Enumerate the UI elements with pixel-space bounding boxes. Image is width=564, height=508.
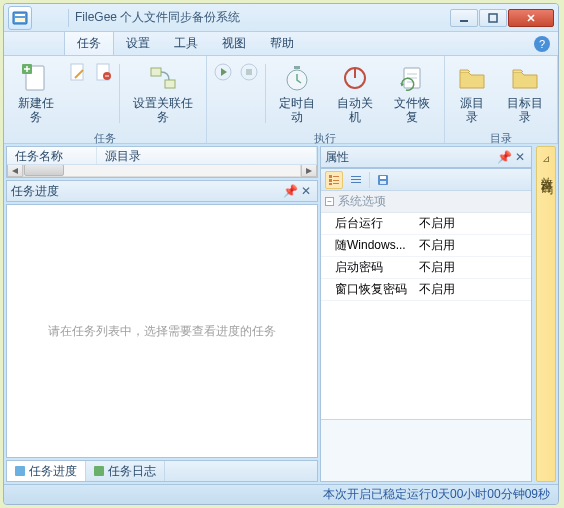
- ribbon-separator: [265, 64, 266, 123]
- alphabetical-view-button[interactable]: [347, 171, 365, 189]
- close-button[interactable]: [508, 9, 554, 27]
- stop-button[interactable]: [237, 58, 261, 86]
- scroll-thumb[interactable]: [24, 165, 64, 176]
- edit-icon: [67, 62, 87, 82]
- src-dir-label: 源目录: [455, 96, 488, 125]
- prop-key: 启动密码: [321, 257, 413, 278]
- side-tab-license[interactable]: ⊿ 效许可码: [536, 146, 556, 482]
- svg-rect-11: [165, 80, 175, 88]
- col-task-name[interactable]: 任务名称: [7, 147, 97, 164]
- props-group-title: 系统选项: [338, 193, 386, 210]
- properties-panel: − 系统选项 后台运行不启用 随Windows...不启用 启动密码不启用 窗口…: [320, 168, 532, 482]
- menu-tasks[interactable]: 任务: [64, 32, 114, 55]
- maximize-button[interactable]: [479, 9, 507, 27]
- help-icon[interactable]: ?: [534, 36, 550, 52]
- new-task-label: 新建任务: [14, 96, 57, 125]
- scroll-left-arrow[interactable]: ◂: [7, 165, 23, 177]
- prop-value[interactable]: 不启用: [413, 257, 531, 278]
- close-panel-icon[interactable]: ✕: [299, 184, 313, 198]
- footer-tabs: 任务进度 任务日志: [6, 460, 318, 482]
- toolbar-separator: [369, 172, 370, 188]
- src-dir-button[interactable]: 源目录: [449, 58, 494, 129]
- svg-rect-19: [329, 175, 332, 178]
- tab-log-label: 任务日志: [108, 463, 156, 480]
- task-list-panel: 任务名称 源目录 ◂ ▸: [6, 146, 318, 178]
- ribbon-separator: [119, 64, 120, 123]
- scroll-track[interactable]: [23, 165, 301, 177]
- app-window: FileGee 个人文件同步备份系统 任务 设置 工具 视图 帮助 ? 新建任务: [3, 3, 559, 505]
- side-tab-label: 效许可码: [538, 168, 555, 176]
- task-delete-button[interactable]: [91, 58, 115, 86]
- progress-panel-header: 任务进度 📌 ✕: [6, 180, 318, 202]
- titlebar: FileGee 个人文件同步备份系统: [4, 4, 558, 32]
- menu-settings[interactable]: 设置: [114, 32, 162, 55]
- prop-row[interactable]: 随Windows...不启用: [321, 235, 531, 257]
- prop-value[interactable]: 不启用: [413, 235, 531, 256]
- categorized-view-button[interactable]: [325, 171, 343, 189]
- ribbon-group-tasks: 新建任务 设置关联任务 任务: [4, 56, 207, 143]
- svg-rect-2: [15, 18, 25, 22]
- list-cat-icon: [328, 174, 340, 186]
- svg-rect-25: [351, 176, 361, 177]
- titlebar-divider: [68, 9, 69, 27]
- status-prefix: 本次开启已稳定运行: [323, 486, 431, 503]
- collapse-toggle-icon[interactable]: −: [325, 197, 334, 206]
- restore-icon: [396, 62, 428, 94]
- svg-rect-30: [380, 181, 386, 184]
- close-panel-icon[interactable]: ✕: [513, 150, 527, 164]
- svg-rect-20: [333, 176, 339, 177]
- restore-button[interactable]: 文件恢复: [385, 58, 441, 129]
- shutdown-button[interactable]: 自动关机: [327, 58, 383, 129]
- tab-progress[interactable]: 任务进度: [7, 461, 86, 481]
- tab-log[interactable]: 任务日志: [86, 461, 165, 481]
- link-icon: [147, 62, 179, 94]
- ribbon-group-dirs: 源目录 目标目录 目录: [445, 56, 558, 143]
- task-edit-button[interactable]: [65, 58, 89, 86]
- prop-value[interactable]: 不启用: [413, 279, 531, 300]
- progress-panel: 请在任务列表中，选择需要查看进度的任务: [6, 204, 318, 458]
- prop-key: 随Windows...: [321, 235, 413, 256]
- folder-icon: [456, 62, 488, 94]
- menu-view[interactable]: 视图: [210, 32, 258, 55]
- prop-row[interactable]: 窗口恢复密码不启用: [321, 279, 531, 301]
- svg-rect-1: [15, 14, 25, 16]
- horizontal-scrollbar[interactable]: ◂ ▸: [7, 165, 317, 177]
- restore-label: 文件恢复: [391, 96, 435, 125]
- right-column: 属性 📌 ✕ − 系统选项 后台运行不启用 随: [320, 146, 532, 482]
- prop-row[interactable]: 后台运行不启用: [321, 213, 531, 235]
- props-group-header[interactable]: − 系统选项: [321, 191, 531, 213]
- clock-icon: [281, 62, 313, 94]
- menu-help[interactable]: 帮助: [258, 32, 306, 55]
- folder-icon: [509, 62, 541, 94]
- menu-tools[interactable]: 工具: [162, 32, 210, 55]
- svg-rect-14: [246, 69, 252, 75]
- props-title: 属性: [325, 149, 349, 166]
- body-area: 任务名称 源目录 ◂ ▸ 任务进度 📌 ✕ 请在任务列表中，选择需: [4, 144, 558, 484]
- set-assoc-button[interactable]: 设置关联任务: [124, 58, 201, 129]
- dst-dir-button[interactable]: 目标目录: [496, 58, 553, 129]
- col-src-dir[interactable]: 源目录: [97, 147, 317, 164]
- prop-row[interactable]: 启动密码不启用: [321, 257, 531, 279]
- delete-icon: [93, 62, 113, 82]
- power-icon: [339, 62, 371, 94]
- save-icon: [377, 174, 389, 186]
- run-button[interactable]: [211, 58, 235, 86]
- app-menu-button[interactable]: [8, 6, 32, 30]
- menubar: 任务 设置 工具 视图 帮助 ?: [4, 32, 558, 56]
- progress-placeholder: 请在任务列表中，选择需要查看进度的任务: [7, 205, 317, 457]
- pin-icon: ⊿: [542, 153, 550, 164]
- save-props-button[interactable]: [374, 171, 392, 189]
- props-panel-header: 属性 📌 ✕: [320, 146, 532, 168]
- prop-value[interactable]: 不启用: [413, 213, 531, 234]
- dst-dir-label: 目标目录: [502, 96, 547, 125]
- task-list-body[interactable]: ◂ ▸: [7, 165, 317, 177]
- pin-icon[interactable]: 📌: [497, 150, 511, 164]
- svg-rect-24: [333, 183, 339, 184]
- svg-rect-26: [351, 179, 361, 180]
- scroll-right-arrow[interactable]: ▸: [301, 165, 317, 177]
- pin-icon[interactable]: 📌: [283, 184, 297, 198]
- new-task-button[interactable]: 新建任务: [8, 58, 63, 129]
- progress-tab-icon: [15, 466, 25, 476]
- minimize-button[interactable]: [450, 9, 478, 27]
- timer-button[interactable]: 定时自动: [270, 58, 326, 129]
